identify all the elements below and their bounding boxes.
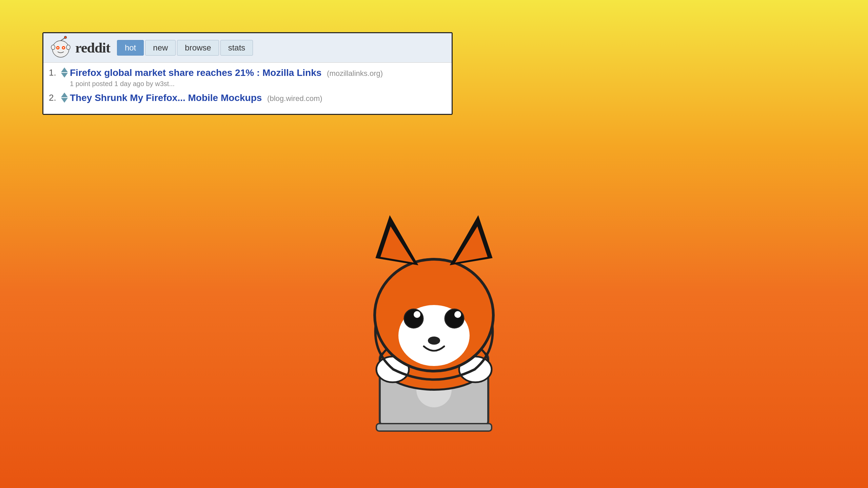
post-domain-2: (blog.wired.com) <box>267 94 322 103</box>
svg-point-7 <box>51 45 55 50</box>
reddit-content: 1. Firefox global market share reaches 2… <box>43 63 452 114</box>
post-number-1: 1. <box>49 67 59 78</box>
svg-point-23 <box>414 311 420 318</box>
tab-new[interactable]: new <box>145 40 176 56</box>
reddit-nav: hot new browse stats <box>117 40 253 56</box>
upvote-2[interactable] <box>61 93 68 97</box>
post-content-2: They Shrunk My Firefox... Mobile Mockups… <box>70 92 446 104</box>
post-item-1: 1. Firefox global market share reaches 2… <box>49 67 446 88</box>
vote-arrows-2 <box>61 93 68 103</box>
fox-svg <box>346 190 522 461</box>
svg-rect-11 <box>376 424 492 431</box>
tab-browse[interactable]: browse <box>177 40 219 56</box>
tab-stats[interactable]: stats <box>220 40 253 56</box>
reddit-panel: reddit hot new browse stats 1. Firefox g… <box>42 32 453 115</box>
post-meta-1: 1 point posted 1 day ago by w3st... <box>70 80 446 88</box>
reddit-logo-text: reddit <box>75 40 110 56</box>
svg-point-5 <box>57 47 59 48</box>
svg-point-25 <box>428 337 440 345</box>
reddit-logo: reddit <box>49 36 110 60</box>
fox-character <box>346 190 522 461</box>
vote-arrows-1 <box>61 67 68 78</box>
downvote-2[interactable] <box>61 98 68 103</box>
svg-point-22 <box>445 309 464 328</box>
svg-line-1 <box>61 38 65 41</box>
post-title-2[interactable]: They Shrunk My Firefox... Mobile Mockups… <box>70 93 322 103</box>
svg-point-8 <box>66 45 70 50</box>
post-number-2: 2. <box>49 93 59 103</box>
post-item-2: 2. They Shrunk My Firefox... Mobile Mock… <box>49 92 446 104</box>
upvote-1[interactable] <box>61 67 68 72</box>
reddit-alien-icon <box>49 36 73 60</box>
post-content-1: Firefox global market share reaches 21% … <box>70 67 446 88</box>
post-domain-1: (mozillalinks.org) <box>327 69 383 78</box>
tab-hot[interactable]: hot <box>117 40 144 56</box>
svg-point-0 <box>53 41 69 57</box>
svg-point-24 <box>454 311 461 318</box>
svg-point-2 <box>64 36 67 39</box>
downvote-1[interactable] <box>61 73 68 78</box>
reddit-header: reddit hot new browse stats <box>43 33 452 63</box>
post-title-1[interactable]: Firefox global market share reaches 21% … <box>70 67 383 78</box>
svg-point-6 <box>63 47 64 48</box>
svg-point-21 <box>404 309 423 328</box>
